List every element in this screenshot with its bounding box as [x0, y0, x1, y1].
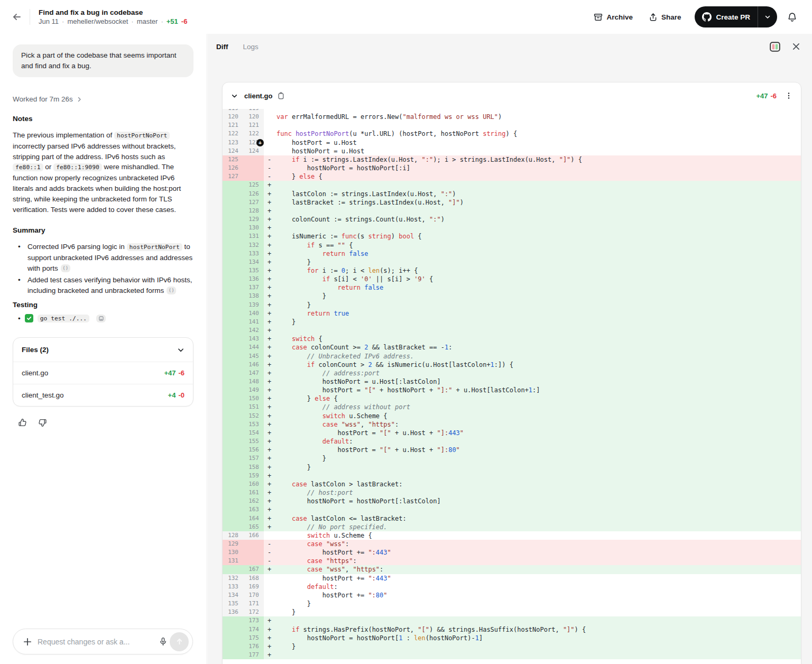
old-line-number [223, 198, 243, 207]
old-line-number: 133 [223, 583, 243, 591]
code-line: case "wss", "https": [276, 565, 801, 574]
task-meta: Jun 11 · meheller/websocket · master · +… [39, 17, 187, 25]
header-divider [30, 9, 30, 25]
code-ref-chip[interactable]: () [61, 264, 70, 272]
diff-row: 134170 hostPort += ":80" [223, 591, 801, 600]
tab-logs[interactable]: Logs [243, 43, 259, 51]
code-line [276, 109, 801, 113]
diff-row: 130+ [223, 224, 801, 232]
code-line: } [276, 454, 801, 463]
file-name: client.go [22, 369, 48, 377]
diff-row: 136172 } [223, 608, 801, 616]
code-line: // Unbracketed IPv6 address. [276, 352, 801, 361]
diff-row: 132+ if s == "" { [223, 241, 801, 250]
new-line-number: 142 [243, 326, 264, 335]
notes-paragraph: The previous implementation of hostPortN… [13, 130, 195, 215]
old-line-number: 121 [223, 121, 243, 130]
archive-button[interactable]: Archive [588, 8, 638, 26]
notifications-button[interactable] [782, 7, 801, 26]
old-line-number: 135 [223, 600, 243, 608]
diff-row: 150+ } else { [223, 394, 801, 403]
code-line: hostNoPort = u.Host[:lastColon] [276, 377, 801, 386]
diff-row: 120120var errMalformedURL = errors.New("… [223, 113, 801, 121]
code-line: // No port specified. [276, 523, 801, 531]
thumbs-up-button[interactable] [16, 416, 29, 429]
old-line-number [223, 514, 243, 523]
copy-icon[interactable] [278, 92, 284, 99]
code-line: } [276, 642, 801, 651]
attach-plus-icon[interactable] [23, 637, 32, 647]
diff-row: 175+ hostNoPort = hostNoPort[1 : len(hos… [223, 634, 801, 642]
code-line: case "wss", "https": [276, 420, 801, 429]
diff-row: 156+ hostPort = "[" + u.Host + "]:80" [223, 446, 801, 454]
diff-row: 144+ case colonCount >= 2 && lastBracket… [223, 343, 801, 352]
diff-row: 161+ // host:port [223, 488, 801, 497]
new-line-number: 134 [243, 258, 264, 266]
old-line-number [223, 207, 243, 215]
file-deletions: -6 [770, 92, 777, 100]
create-pr-dropdown[interactable] [758, 6, 777, 27]
mic-icon[interactable] [159, 637, 168, 646]
code-line: if s[i] < '0' || s[i] > '9' { [276, 275, 801, 283]
new-line-number: 177 [243, 651, 264, 659]
files-panel-header[interactable]: Files (2) [13, 338, 193, 362]
code-line: default: [276, 583, 801, 591]
code-line: return false [276, 250, 801, 258]
new-line-number: 141 [243, 318, 264, 326]
old-line-number [223, 523, 243, 531]
chevron-down-icon [177, 346, 184, 354]
worked-for-toggle[interactable]: Worked for 7m 26s [13, 95, 194, 103]
diff-file-header: client.go +47 -6 [223, 82, 801, 109]
new-line-number: 170 [243, 591, 264, 600]
back-button[interactable] [8, 8, 25, 25]
code-line: hostNoPort = hostNoPort[:lastColon] [276, 497, 801, 505]
close-icon[interactable] [792, 42, 800, 51]
old-line-number [223, 505, 243, 514]
kebab-menu-icon[interactable] [785, 92, 792, 99]
terminal-output-chip[interactable] [96, 315, 106, 322]
file-row[interactable]: client.go+47-6 [13, 362, 193, 384]
file-row[interactable]: client_test.go+4-0 [13, 384, 193, 406]
new-line-number: 121 [243, 121, 264, 130]
code-ref-chip[interactable]: () [167, 287, 176, 294]
diff-row: 135+ for i := 0; i < len(s); i++ { [223, 266, 801, 275]
old-line-number: 126 [223, 164, 243, 172]
new-line-number: 128 [243, 207, 264, 215]
summary-heading: Summary [13, 226, 194, 234]
new-line-number: 162 [243, 497, 264, 505]
new-line-number: 143 [243, 335, 264, 343]
send-button[interactable] [170, 632, 189, 651]
old-line-number [223, 241, 243, 250]
new-line-number: 138 [243, 292, 264, 300]
file-name: client_test.go [22, 391, 64, 399]
old-line-number: 127 [223, 172, 243, 181]
new-line-number: 154 [243, 429, 264, 437]
new-line-number: 148 [243, 377, 264, 386]
split-diff-toggle[interactable] [770, 42, 780, 52]
tab-diff[interactable]: Diff [216, 43, 228, 51]
code-line: hostPort = "[" + u.Host + "]:443" [276, 429, 801, 437]
top-header: Find and fix a bug in codebase Jun 11 · … [0, 0, 812, 34]
share-icon [649, 13, 658, 22]
diff-row: 125+ [223, 181, 801, 189]
add-comment-button[interactable]: + [256, 139, 264, 146]
collapse-chevron-icon[interactable] [231, 93, 238, 99]
thumbs-down-button[interactable] [36, 416, 49, 429]
diff-row: 126- hostNoPort = hostNoPort[:i] [223, 164, 801, 172]
code-line: if strings.HasPrefix(hostNoPort, "[") &&… [276, 625, 801, 634]
old-line-number: 128 [223, 531, 243, 540]
create-pr-button[interactable]: Create PR [695, 6, 777, 27]
file-additions: +47 [756, 92, 768, 100]
chat-input[interactable] [38, 638, 153, 646]
code-line: hostPort = "[" + hostNoPort + "]:" + u.H… [276, 386, 801, 394]
diff-file-name: client.go [244, 92, 272, 100]
share-button[interactable]: Share [643, 8, 687, 26]
new-line-number: 150 [243, 394, 264, 403]
diff-row: 123123 hostPort = u.Host+ [223, 139, 801, 147]
diff-row: 122122func hostPortNoPort(u *url.URL) (h… [223, 130, 801, 138]
code-line: case colonCount >= 2 && lastBracket == -… [276, 343, 801, 352]
diff-toolbar: Diff Logs [208, 34, 812, 59]
files-panel: Files (2) client.go+47-6client_test.go+4… [13, 337, 193, 407]
old-line-number [223, 377, 243, 386]
new-line-number: 151 [243, 403, 264, 411]
